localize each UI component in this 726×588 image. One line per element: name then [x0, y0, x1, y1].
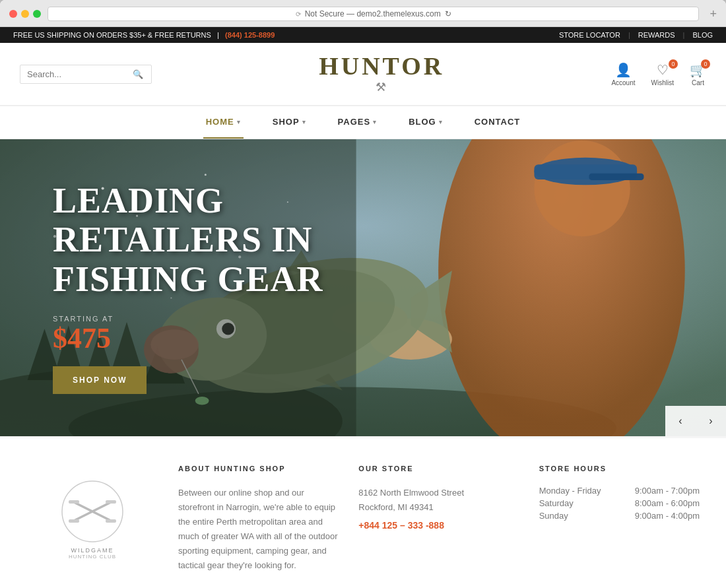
slider-arrows: ‹ ›: [665, 406, 726, 436]
next-arrow-icon: ›: [709, 415, 712, 427]
logo-area[interactable]: HUNTOR ⚒: [319, 53, 444, 94]
hours-row-weekday: Monday - Friday 9:00am - 7:00pm: [539, 486, 700, 496]
new-tab-button[interactable]: +: [710, 7, 717, 21]
wildgame-logo-svg: [59, 478, 125, 544]
shop-now-button[interactable]: SHOP NOW: [53, 366, 147, 394]
nav-pages-caret: ▾: [373, 119, 377, 125]
hero-title: LEADING RETAILERS IN FISHING GEAR: [53, 181, 370, 299]
wildgame-logo-subtitle: HUNTING CLUB: [69, 554, 116, 560]
logo-subtitle: ⚒: [319, 80, 444, 94]
store-section: OUR STORE 8162 North Elmwood Street Rock…: [358, 465, 519, 573]
hours-days-saturday: Saturday: [539, 498, 574, 508]
next-slide-button[interactable]: ›: [696, 406, 726, 436]
hours-heading: STORE HOURS: [539, 465, 700, 476]
hero-price: $475: [53, 324, 673, 353]
store-address-line1: 8162 North Elmwood Street: [358, 488, 464, 498]
prev-arrow-icon: ‹: [678, 415, 682, 427]
info-bar: WILDGAME HUNTING CLUB ABOUT HUNTING SHOP…: [0, 436, 726, 588]
nav-shop-caret: ▾: [302, 119, 306, 125]
announcement-bar: FREE US SHIPPING ON ORDERS $35+ & FREE R…: [0, 27, 726, 43]
account-button[interactable]: 👤 Account: [611, 62, 635, 86]
about-text: Between our online shop and our storefro…: [178, 486, 339, 573]
link-separator-2: |: [683, 31, 685, 39]
nav-shop-label: SHOP: [273, 117, 300, 127]
cart-button[interactable]: 🛒 0 Cart: [690, 62, 706, 86]
nav-contact-label: CONTACT: [475, 117, 521, 127]
announcement-right-links: STORE LOCATOR | REWARDS | BLOG: [559, 31, 713, 39]
hours-time-sunday: 9:00am - 4:00pm: [635, 511, 700, 521]
announcement-left: FREE US SHIPPING ON ORDERS $35+ & FREE R…: [13, 31, 211, 39]
nav-item-pages[interactable]: PAGES ▾: [335, 106, 380, 139]
link-separator-1: |: [628, 31, 630, 39]
svg-rect-42: [69, 519, 79, 523]
search-input[interactable]: [27, 69, 133, 79]
hours-section: STORE HOURS Monday - Friday 9:00am - 7:0…: [539, 465, 700, 573]
browser-chrome-right: +: [706, 7, 717, 21]
hours-days-weekday: Monday - Friday: [539, 486, 601, 496]
refresh-icon: ↻: [445, 9, 451, 18]
announcement-phone[interactable]: (844) 125-8899: [225, 31, 275, 39]
hours-row-sunday: Sunday 9:00am - 4:00pm: [539, 511, 700, 521]
nav-blog-caret: ▾: [439, 119, 443, 125]
minimize-button[interactable]: [21, 10, 29, 18]
svg-rect-39: [69, 500, 79, 504]
announcement-separator: |: [217, 31, 219, 39]
wishlist-button[interactable]: ♡ 0 Wishlist: [651, 62, 674, 86]
cart-badge: 0: [701, 59, 710, 69]
site-header: 🔍 HUNTOR ⚒ 👤 Account ♡ 0 Wishlist 🛒 0 Ca…: [0, 43, 726, 106]
account-icon: 👤: [615, 62, 632, 78]
svg-rect-40: [106, 519, 116, 523]
nav-pages-label: PAGES: [338, 117, 371, 127]
about-section: ABOUT HUNTING SHOP Between our online sh…: [178, 465, 339, 573]
logo-text: HUNTOR: [319, 53, 444, 79]
header-right: 👤 Account ♡ 0 Wishlist 🛒 0 Cart: [611, 62, 706, 86]
traffic-lights: [9, 10, 41, 18]
hours-time-weekday: 9:00am - 7:00pm: [635, 486, 700, 496]
search-box[interactable]: 🔍: [20, 65, 152, 84]
heart-icon: ♡: [657, 62, 669, 78]
hero-content: LEADING RETAILERS IN FISHING GEAR STARTI…: [0, 139, 726, 436]
browser-window: ⟳ Not Secure — demo2.themelexus.com ↻ + …: [0, 0, 726, 588]
nav-item-blog[interactable]: BLOG ▾: [406, 106, 446, 139]
hours-days-sunday: Sunday: [539, 511, 568, 521]
wishlist-badge: 0: [669, 59, 678, 69]
search-icon[interactable]: 🔍: [133, 69, 143, 79]
nav-item-shop[interactable]: SHOP ▾: [270, 106, 309, 139]
svg-rect-41: [106, 500, 116, 504]
cart-label: Cart: [692, 79, 704, 86]
account-label: Account: [611, 79, 635, 86]
lock-icon: ⟳: [296, 11, 301, 18]
logo-icon-left: ⚒: [376, 80, 387, 94]
hours-time-saturday: 8:00am - 6:00pm: [635, 498, 700, 508]
nav-item-contact[interactable]: CONTACT: [472, 106, 523, 139]
browser-chrome: ⟳ Not Secure — demo2.themelexus.com ↻ +: [0, 0, 726, 27]
wishlist-label: Wishlist: [651, 79, 674, 86]
prev-slide-button[interactable]: ‹: [665, 406, 696, 436]
url-text: Not Secure — demo2.themelexus.com: [305, 9, 441, 18]
hero-starting-label: STARTING AT: [53, 315, 673, 323]
store-phone[interactable]: +844 125 – 333 -888: [358, 520, 519, 531]
hero-section: LEADING RETAILERS IN FISHING GEAR STARTI…: [0, 139, 726, 436]
about-heading: ABOUT HUNTING SHOP: [178, 465, 339, 476]
nav-home-caret: ▾: [237, 119, 241, 125]
store-locator-link[interactable]: STORE LOCATOR: [559, 31, 620, 39]
info-logo-area: WILDGAME HUNTING CLUB: [26, 465, 158, 573]
hours-row-saturday: Saturday 8:00am - 6:00pm: [539, 498, 700, 508]
blog-link[interactable]: BLOG: [692, 31, 713, 39]
store-address: 8162 North Elmwood Street Rockford, MI 4…: [358, 486, 519, 515]
store-heading: OUR STORE: [358, 465, 519, 476]
rewards-link[interactable]: REWARDS: [638, 31, 675, 39]
store-address-line2: Rockford, MI 49341: [358, 502, 433, 512]
announcement-text: FREE US SHIPPING ON ORDERS $35+ & FREE R…: [13, 31, 275, 39]
nav-item-home[interactable]: HOME ▾: [203, 106, 244, 139]
url-bar[interactable]: ⟳ Not Secure — demo2.themelexus.com ↻: [48, 7, 699, 21]
close-button[interactable]: [9, 10, 17, 18]
main-nav: HOME ▾ SHOP ▾ PAGES ▾ BLOG ▾ CONTACT: [0, 106, 726, 139]
maximize-button[interactable]: [33, 10, 41, 18]
nav-blog-label: BLOG: [409, 117, 436, 127]
wildgame-logo-name: WILDGAME: [71, 547, 114, 554]
nav-home-label: HOME: [206, 117, 234, 127]
